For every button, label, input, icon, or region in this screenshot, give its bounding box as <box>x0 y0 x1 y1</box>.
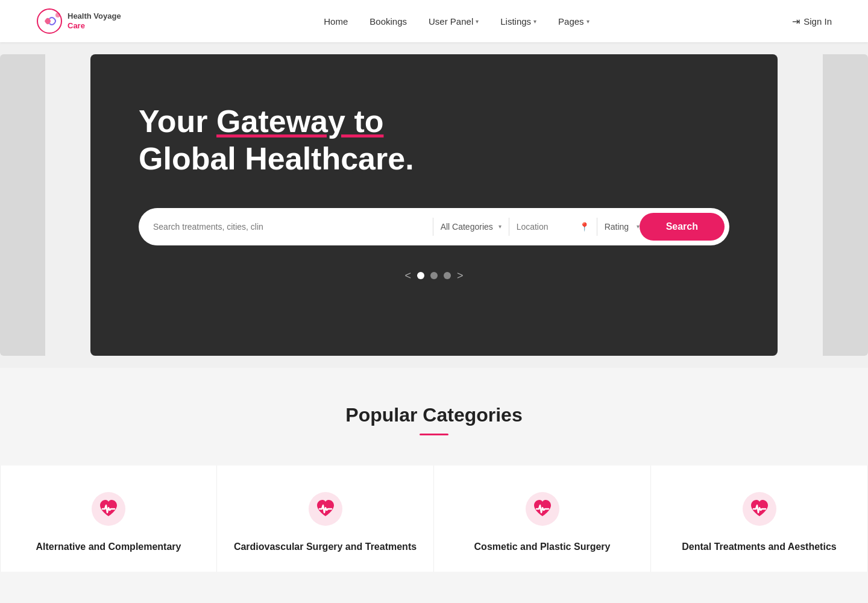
category-select[interactable]: All Categories <box>441 222 496 232</box>
category-name-1: Cardiovascular Surgery and Treatments <box>234 540 417 554</box>
categories-section: Popular Categories Alternative and Compl… <box>0 368 868 596</box>
user-panel-chevron-icon: ▾ <box>476 18 479 25</box>
heart-pulse-icon-0 <box>90 491 127 527</box>
category-icon-0 <box>89 490 128 528</box>
heart-pulse-icon-3 <box>741 491 778 527</box>
nav-pages[interactable]: Pages ▾ <box>558 16 590 27</box>
nav-user-panel[interactable]: User Panel ▾ <box>429 16 479 27</box>
categories-title: Popular Categories <box>0 404 868 426</box>
carousel-dot-1[interactable] <box>417 272 424 279</box>
hero-title: Your Gateway to Global Healthcare. <box>139 103 729 178</box>
category-card-0[interactable]: Alternative and Complementary <box>0 466 217 572</box>
category-card-2[interactable]: Cosmetic and Plastic Surgery <box>434 466 651 572</box>
search-divider-2 <box>509 218 509 236</box>
hero-side-left <box>0 54 45 356</box>
svg-point-1 <box>55 13 60 17</box>
category-card-1[interactable]: Cardiovascular Surgery and Treatments <box>217 466 434 572</box>
nav-home[interactable]: Home <box>324 16 348 27</box>
sign-in-icon: ⇥ <box>792 16 800 27</box>
categories-grid: Alternative and Complementary Cardiovasc… <box>0 466 868 572</box>
location-input[interactable] <box>517 222 577 232</box>
search-divider-3 <box>597 218 597 236</box>
brand-top: Health Voyage <box>68 11 121 21</box>
category-icon-3 <box>740 490 779 528</box>
carousel-dot-3[interactable] <box>444 272 451 279</box>
location-wrapper: 📍 <box>517 222 590 232</box>
nav-listings[interactable]: Listings ▾ <box>500 16 536 27</box>
search-button[interactable]: Search <box>640 213 725 241</box>
carousel-nav: < > <box>139 270 729 282</box>
logo-text: Health Voyage Care <box>68 11 121 30</box>
category-select-wrapper: All Categories ▾ <box>441 222 502 232</box>
logo-icon <box>36 8 63 34</box>
rating-chevron-icon: ▾ <box>637 223 640 230</box>
category-chevron-icon: ▾ <box>498 223 502 230</box>
navbar: Health Voyage Care Home Bookings User Pa… <box>0 0 868 42</box>
carousel-prev-button[interactable]: < <box>404 270 411 282</box>
category-name-3: Dental Treatments and Aesthetics <box>682 540 836 554</box>
pages-chevron-icon: ▾ <box>587 18 590 25</box>
category-card-3[interactable]: Dental Treatments and Aesthetics <box>651 466 868 572</box>
brand-bottom: Care <box>68 21 121 31</box>
search-bar: All Categories ▾ 📍 Rating 1 Star <box>139 208 729 245</box>
hero-container: Your Gateway to Global Healthcare. All C… <box>0 42 868 368</box>
section-underline <box>420 434 448 435</box>
category-name-0: Alternative and Complementary <box>36 540 181 554</box>
heart-pulse-icon-1 <box>307 491 344 527</box>
category-icon-1 <box>306 490 345 528</box>
rating-select-wrapper: Rating 1 Star 2 Stars 3 Stars 4 Stars 5 … <box>605 222 640 232</box>
hero-section: Your Gateway to Global Healthcare. All C… <box>90 54 778 356</box>
carousel-dot-2[interactable] <box>430 272 438 279</box>
carousel-next-button[interactable]: > <box>457 270 464 282</box>
sign-in-button[interactable]: ⇥ Sign In <box>792 16 832 27</box>
hero-side-right <box>823 54 868 356</box>
search-input[interactable] <box>153 222 426 232</box>
rating-select[interactable]: Rating 1 Star 2 Stars 3 Stars 4 Stars 5 … <box>605 222 634 232</box>
nav-links: Home Bookings User Panel ▾ Listings ▾ Pa… <box>324 16 589 27</box>
category-name-2: Cosmetic and Plastic Surgery <box>474 540 611 554</box>
heart-pulse-icon-2 <box>524 491 561 527</box>
logo[interactable]: Health Voyage Care <box>36 8 121 34</box>
hero-inner: Your Gateway to Global Healthcare. All C… <box>45 54 823 356</box>
category-icon-2 <box>523 490 562 528</box>
location-pin-icon: 📍 <box>579 222 590 232</box>
nav-bookings[interactable]: Bookings <box>370 16 407 27</box>
listings-chevron-icon: ▾ <box>533 18 536 25</box>
search-divider-1 <box>433 218 433 236</box>
